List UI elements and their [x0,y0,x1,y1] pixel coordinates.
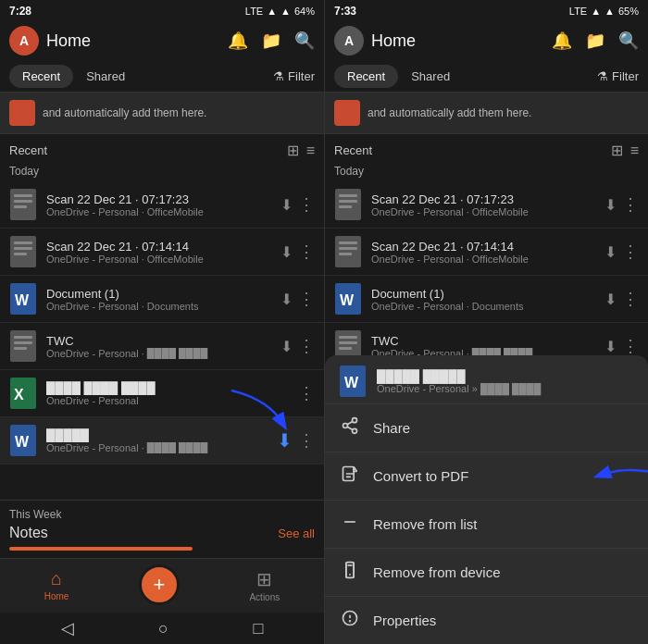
left-avatar[interactable]: A [9,26,39,56]
svg-rect-11 [14,336,32,339]
scan-file-icon [9,188,37,221]
right-filter-btn[interactable]: ⚗ Filter [597,69,639,83]
right-status-icons: LTE ▲ ▲ 65% [569,6,639,17]
table-row[interactable]: W Document (1) OneDrive - Personal · Doc… [0,276,324,323]
more-icon[interactable]: ⋮ [622,336,639,356]
left-panel: 7:28 LTE ▲ ▲ 64% A Home 🔔 📁 🔍 Recent Sha… [0,0,324,644]
file-meta: OneDrive - Personal · Documents [46,301,271,312]
table-row[interactable]: W █████ OneDrive - Personal · ████ ████ … [0,417,324,464]
table-row[interactable]: W Document (1) OneDrive - Personal · Doc… [325,276,648,323]
context-menu-share[interactable]: Share [325,404,648,452]
context-file-info: █████ █████ OneDrive - Personal » ████ █… [377,369,635,394]
table-row[interactable]: TWC OneDrive - Personal · ████ ████ ⬇ ⋮ [0,323,324,370]
more-icon[interactable]: ⋮ [622,194,639,215]
right-today-label: Today [325,163,648,181]
folder-icon[interactable]: 📁 [261,31,281,51]
list-view-icon[interactable]: ≡ [306,142,315,159]
svg-text:W: W [340,292,355,308]
svg-rect-6 [14,247,32,250]
svg-rect-13 [14,347,27,350]
more-icon[interactable]: ⋮ [298,336,315,356]
home-gesture-icon[interactable]: ○ [158,619,168,638]
more-icon[interactable]: ⋮ [298,289,315,309]
download-icon[interactable]: ⬇ [280,291,293,308]
nav-actions[interactable]: ⊞ Actions [249,568,280,602]
download-icon[interactable]: ⬇ [280,243,293,261]
svg-rect-20 [339,194,357,197]
table-row[interactable]: Scan 22 Dec 21 · 07:17:23 OneDrive - Per… [325,181,648,229]
file-actions: ⬇ ⋮ [604,242,639,262]
right-tab-recent[interactable]: Recent [334,65,398,88]
file-meta: OneDrive - Personal [46,395,289,406]
file-info: Scan 22 Dec 21 · 07:14:14 OneDrive - Per… [371,240,595,265]
left-tab-shared[interactable]: Shared [73,65,138,88]
file-actions: ⬇ ⋮ [280,336,315,356]
context-menu-convert-pdf[interactable]: Convert to PDF [325,452,648,501]
context-menu-remove-list[interactable]: Remove from list [325,501,648,549]
file-meta: OneDrive - Personal · ████ ████ [46,348,271,359]
grid-view-icon[interactable]: ⊞ [287,142,299,159]
svg-rect-21 [339,200,357,203]
folder-icon-right[interactable]: 📁 [585,31,605,51]
table-row[interactable]: Scan 22 Dec 21 · 07:17:23 OneDrive - Per… [0,181,324,229]
share-label: Share [373,420,410,436]
svg-line-39 [347,421,353,424]
left-banner: and automatically add them here. [0,93,324,134]
right-time: 7:33 [334,5,356,18]
bell-icon-right[interactable]: 🔔 [552,31,572,51]
download-icon[interactable]: ⬇ [280,196,293,214]
recents-gesture-icon[interactable]: □ [253,619,263,638]
svg-rect-22 [339,205,352,208]
more-icon[interactable]: ⋮ [622,289,639,309]
signal-icon-right: ▲ [591,6,601,17]
file-meta: OneDrive - Personal · OfficeMobile [371,206,595,217]
nav-home[interactable]: ⌂ Home [44,568,69,601]
right-panel: 7:33 LTE ▲ ▲ 65% A Home 🔔 📁 🔍 Recent Sha… [324,0,648,644]
more-icon[interactable]: ⋮ [622,242,639,262]
left-filter-btn[interactable]: ⚗ Filter [273,69,315,83]
download-icon[interactable]: ⬇ [604,243,617,261]
right-app-title: Home [371,31,544,51]
convert-pdf-icon [340,464,360,488]
svg-line-38 [347,427,353,429]
download-icon[interactable]: ⬇ [604,338,617,355]
more-icon[interactable]: ⋮ [298,242,315,262]
right-tab-shared[interactable]: Shared [398,65,463,88]
right-avatar[interactable]: A [334,26,364,56]
table-row[interactable]: X ████ ████ ████ OneDrive - Personal ⋮ [0,370,324,417]
more-icon[interactable]: ⋮ [298,430,315,451]
left-bottom-section: This Week Notes See all [0,500,324,558]
context-menu-properties[interactable]: Properties [325,597,648,644]
scan-file-icon [334,188,362,221]
right-header-icons: 🔔 📁 🔍 [552,31,639,51]
share-icon [340,416,360,440]
svg-rect-31 [339,341,357,344]
download-icon[interactable]: ⬇ [604,291,617,308]
download-icon[interactable]: ⬇ [280,338,293,355]
file-name: Scan 22 Dec 21 · 07:17:23 [371,192,595,206]
scan-file-icon [9,329,37,363]
search-icon[interactable]: 🔍 [294,31,315,51]
more-icon[interactable]: ⋮ [298,383,315,403]
left-bottom-nav: ⌂ Home + ⊞ Actions [0,558,324,613]
filter-icon-right: ⚗ [597,69,608,83]
file-actions: ⋮ [298,383,315,403]
context-menu-remove-device[interactable]: Remove from device [325,549,648,597]
back-gesture-icon[interactable]: ◁ [61,618,74,638]
bell-icon[interactable]: 🔔 [228,31,248,51]
download-icon[interactable]: ⬇ [604,196,617,214]
table-row[interactable]: Scan 22 Dec 21 · 07:14:14 OneDrive - Per… [0,229,324,276]
see-all-link[interactable]: See all [278,526,315,540]
table-row[interactable]: Scan 22 Dec 21 · 07:14:14 OneDrive - Per… [325,229,648,276]
search-icon-right[interactable]: 🔍 [618,31,639,51]
nav-fab-button[interactable]: + [139,564,180,605]
left-tab-recent[interactable]: Recent [9,65,73,88]
wifi-icon-right: ▲ [604,6,615,17]
left-view-icons: ⊞ ≡ [287,142,315,159]
svg-text:W: W [15,434,30,450]
more-icon[interactable]: ⋮ [298,194,315,215]
svg-text:W: W [15,292,30,308]
download-arrow-icon[interactable]: ⬇ [277,429,293,452]
list-view-icon-right[interactable]: ≡ [630,142,639,159]
grid-view-icon-right[interactable]: ⊞ [611,142,623,159]
